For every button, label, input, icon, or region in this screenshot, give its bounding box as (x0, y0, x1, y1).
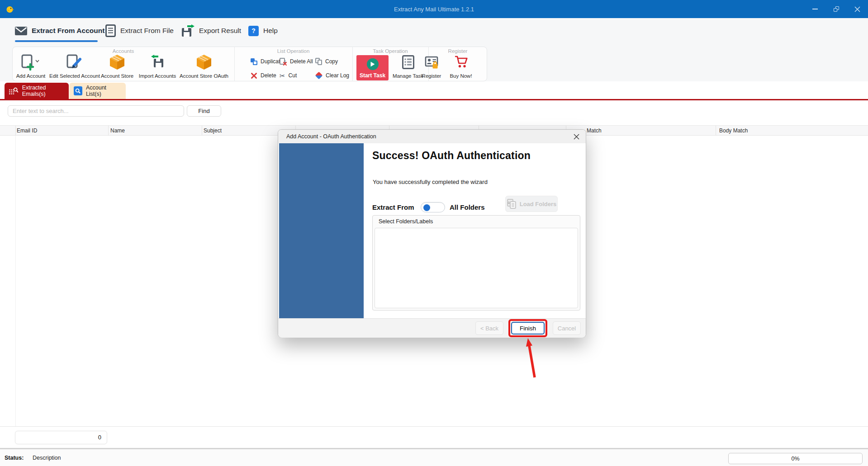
search-box-icon (74, 86, 82, 95)
tab-extracted-emails[interactable]: Extracted Emails(s) (5, 83, 69, 99)
column-header-match[interactable]: Match (587, 127, 602, 134)
view-tab-label: Extracted Emails(s) (22, 85, 64, 97)
ribbon-item-label: Buy Now! (446, 73, 475, 79)
column-header-subject[interactable]: Subject (204, 127, 222, 134)
folders-list-area (375, 228, 578, 308)
tab-label: Extract From File (120, 27, 174, 35)
edit-account-icon (66, 54, 83, 70)
account-store-oauth-button[interactable]: Account Store OAuth (179, 54, 229, 79)
cut-button[interactable]: ✂ Cut (280, 71, 297, 80)
window-title: Extract Any Mail Ultimate 1.2.1 (0, 6, 868, 13)
finish-highlight-box: Finish (508, 319, 547, 337)
minimize-icon (812, 9, 818, 9)
add-account-button[interactable]: Add Account (13, 54, 48, 79)
active-tab-underline (15, 40, 98, 42)
title-bar: Extract Any Mail Ultimate 1.2.1 (0, 0, 868, 18)
ribbon-item-label: Import Accounts (137, 73, 178, 79)
clear-log-button[interactable]: Clear Log (315, 71, 349, 80)
restore-icon (834, 6, 839, 12)
group-label-accounts: Accounts (12, 48, 234, 55)
annotation-arrow-icon (516, 335, 547, 381)
view-tab-label: Account List(s) (86, 85, 121, 97)
window-controls (804, 0, 868, 18)
tab-extract-from-account[interactable]: Extract From Account (15, 24, 104, 38)
record-count-box: 0 (15, 431, 107, 444)
tab-export-result[interactable]: Export Result (181, 24, 241, 38)
ribbon-item-label: Add Account (13, 73, 48, 79)
load-folders-icon (507, 198, 517, 209)
dialog-title: Add Account - OAuth Authentication (286, 133, 376, 140)
status-description: Description (33, 455, 61, 461)
group-label-list-operation: List Operation (234, 48, 352, 55)
extract-from-toggle[interactable] (421, 202, 445, 212)
tab-label: Help (263, 27, 278, 35)
progress-bar: 0% (728, 453, 863, 464)
close-icon (574, 134, 579, 140)
account-store-oauth-icon (196, 54, 212, 71)
register-button[interactable]: Register (418, 55, 445, 79)
select-folders-header: Select Folders/Labels (373, 216, 580, 227)
buy-now-button[interactable]: Buy Now! (446, 55, 475, 79)
restore-button[interactable] (825, 0, 847, 18)
edit-selected-account-button[interactable]: Edit Selected Account (49, 54, 99, 79)
delete-icon (251, 72, 257, 79)
import-accounts-icon (150, 54, 165, 68)
back-button[interactable]: < Back (475, 321, 503, 335)
ribbon-item-label: Account Store (99, 73, 135, 79)
ribbon-tab-bar: Extract From Account Extract From File E… (0, 18, 868, 43)
ribbon-item-label: Delete (261, 72, 276, 79)
search-input[interactable] (8, 105, 184, 117)
eraser-icon (315, 72, 323, 80)
account-store-icon (109, 54, 125, 71)
document-icon (105, 24, 116, 37)
group-label-task-operation: Task Operation (352, 48, 428, 55)
dialog-heading: Success! OAuth Authentication (372, 150, 531, 162)
dialog-close-button[interactable] (574, 133, 579, 141)
tab-account-list[interactable]: Account List(s) (69, 83, 126, 99)
load-folders-button[interactable]: Load Folders (505, 196, 558, 212)
copy-button[interactable]: Copy (315, 57, 338, 66)
cart-icon (454, 55, 468, 68)
id-card-lock-icon (425, 55, 439, 69)
ribbon-item-label: Delete All (290, 58, 313, 65)
delete-all-icon (280, 58, 287, 66)
table-left-gridline (15, 136, 16, 426)
add-account-icon (21, 54, 41, 71)
column-header-name[interactable]: Name (110, 127, 125, 134)
finish-button[interactable]: Finish (511, 322, 545, 334)
dialog-side-panel (279, 143, 364, 318)
tab-help[interactable]: ? Help (248, 24, 278, 38)
tab-extract-from-file[interactable]: Extract From File (105, 24, 174, 38)
import-accounts-button[interactable]: Import Accounts (137, 54, 178, 79)
select-folders-group: Select Folders/Labels (372, 215, 580, 311)
delete-all-button[interactable]: Delete All (280, 57, 313, 66)
ribbon-item-label: Cut (289, 72, 297, 79)
grid-search-icon (9, 87, 19, 95)
oauth-dialog: Add Account - OAuth Authentication Succe… (278, 129, 586, 338)
save-export-icon (181, 24, 194, 37)
minimize-button[interactable] (804, 0, 825, 18)
copy-icon (315, 58, 322, 65)
close-button[interactable] (847, 0, 868, 18)
toggle-knob (423, 204, 430, 211)
column-header-body-match[interactable]: Body Match (719, 127, 748, 134)
envelope-icon (15, 27, 27, 35)
dialog-subtext: You have successfully completed the wiza… (373, 179, 488, 185)
status-label: Status: (5, 455, 24, 461)
delete-button[interactable]: Delete (251, 71, 276, 80)
cancel-button[interactable]: Cancel (553, 321, 581, 335)
find-button[interactable]: Find (187, 105, 221, 117)
all-folders-label: All Folders (450, 203, 485, 211)
ribbon-item-label: Copy (325, 58, 338, 65)
tab-label: Export Result (199, 27, 241, 35)
start-task-button[interactable]: Start Task (356, 55, 389, 80)
task-list-icon (402, 55, 414, 69)
ribbon-item-label: Account Store OAuth (179, 73, 229, 79)
help-icon: ? (248, 26, 259, 36)
group-label-register: Register (428, 48, 487, 55)
account-store-button[interactable]: Account Store (99, 54, 135, 79)
close-icon (854, 6, 860, 12)
load-folders-label: Load Folders (520, 201, 557, 207)
column-header-email-id[interactable]: Email ID (17, 127, 37, 134)
scissors-icon: ✂ (280, 72, 285, 79)
